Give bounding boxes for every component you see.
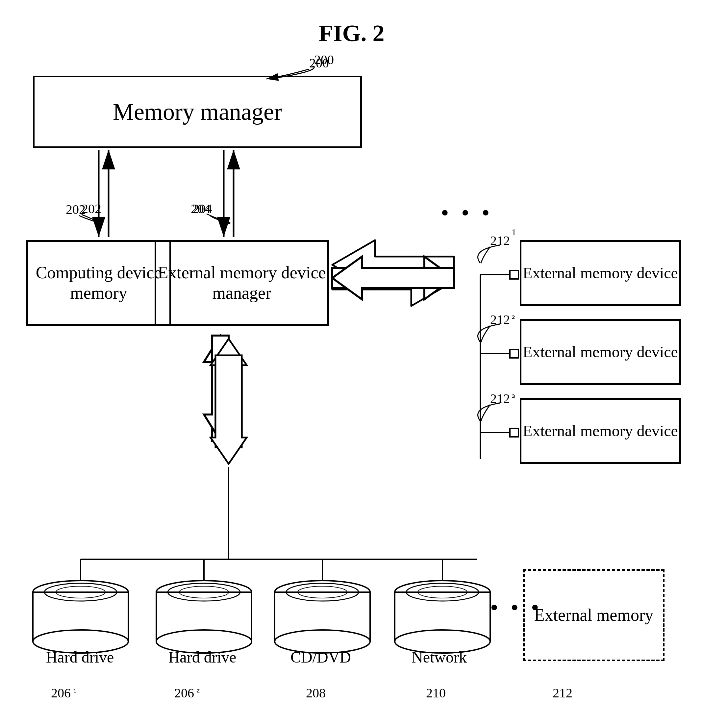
external-memory-device-manager-box: External memory device manager — [154, 240, 329, 326]
svg-marker-15 — [204, 335, 237, 441]
svg-text:₁: ₁ — [73, 684, 77, 695]
svg-marker-12 — [332, 240, 454, 289]
svg-point-38 — [179, 586, 229, 598]
svg-rect-45 — [395, 592, 490, 641]
svg-text:• • •: • • • — [441, 200, 493, 225]
external-memory-device-box-3: External memory device — [520, 398, 681, 464]
svg-rect-40 — [275, 592, 370, 641]
svg-text:206: 206 — [174, 686, 194, 701]
svg-rect-30 — [33, 592, 128, 641]
external-memory-dashed-box: External memory — [523, 569, 664, 661]
svg-text:1: 1 — [511, 227, 516, 237]
cd-dvd-label: CD/DVD — [263, 648, 378, 666]
svg-text:200: 200 — [309, 56, 329, 71]
memory-manager-box: Memory manager — [33, 76, 362, 148]
svg-rect-35 — [156, 592, 252, 641]
svg-point-34 — [156, 581, 252, 604]
network-label: Network — [382, 648, 497, 666]
svg-text:202: 202 — [82, 201, 101, 216]
connector-1 — [509, 270, 519, 280]
external-memory-device-manager-label: External memory device manager — [156, 263, 327, 303]
svg-point-37 — [168, 583, 240, 601]
svg-text:210: 210 — [426, 686, 446, 701]
svg-marker-17 — [211, 339, 247, 448]
computing-device-memory-label: Computing device memory — [28, 263, 169, 303]
svg-text:204: 204 — [192, 201, 212, 216]
svg-point-47 — [406, 583, 479, 601]
external-memory-device-box-2: External memory device — [520, 319, 681, 385]
svg-text:206: 206 — [51, 686, 71, 701]
svg-text:212: 212 — [490, 233, 510, 248]
svg-marker-13 — [332, 257, 454, 299]
hard-drive-2-label: Hard drive — [145, 648, 260, 666]
svg-text:208: 208 — [306, 686, 326, 701]
computing-device-memory-box: Computing device memory — [26, 240, 171, 326]
svg-point-42 — [286, 583, 359, 601]
svg-marker-16 — [204, 335, 237, 441]
svg-marker-11 — [332, 257, 454, 306]
figure-title: FIG. 2 — [318, 20, 384, 47]
external-memory-device-label-1: External memory device — [523, 263, 678, 283]
hard-drive-1-label: Hard drive — [22, 648, 137, 666]
svg-text:₂: ₂ — [511, 311, 515, 321]
svg-text:202: 202 — [66, 202, 85, 217]
svg-point-43 — [298, 586, 347, 598]
svg-text:212: 212 — [553, 686, 572, 701]
svg-point-48 — [418, 586, 467, 598]
external-memory-device-label-3: External memory device — [523, 422, 678, 441]
svg-text:212: 212 — [490, 312, 510, 327]
connector-2 — [509, 349, 519, 358]
svg-point-32 — [45, 583, 117, 601]
svg-point-44 — [395, 581, 490, 604]
external-memory-label: External memory — [534, 605, 653, 625]
external-memory-device-label-2: External memory device — [523, 342, 678, 361]
svg-text:₃: ₃ — [511, 390, 515, 400]
svg-text:212: 212 — [490, 391, 510, 406]
svg-text:200: 200 — [314, 52, 334, 67]
svg-marker-14 — [332, 257, 454, 299]
svg-point-39 — [275, 581, 370, 604]
connector-3 — [509, 428, 519, 438]
memory-manager-label: Memory manager — [113, 98, 282, 126]
svg-text:₂: ₂ — [196, 684, 200, 695]
svg-marker-18 — [211, 355, 247, 464]
svg-text:204: 204 — [191, 201, 211, 216]
svg-point-29 — [33, 581, 128, 604]
external-memory-device-box-1: External memory device — [520, 240, 681, 306]
svg-point-33 — [56, 586, 105, 598]
